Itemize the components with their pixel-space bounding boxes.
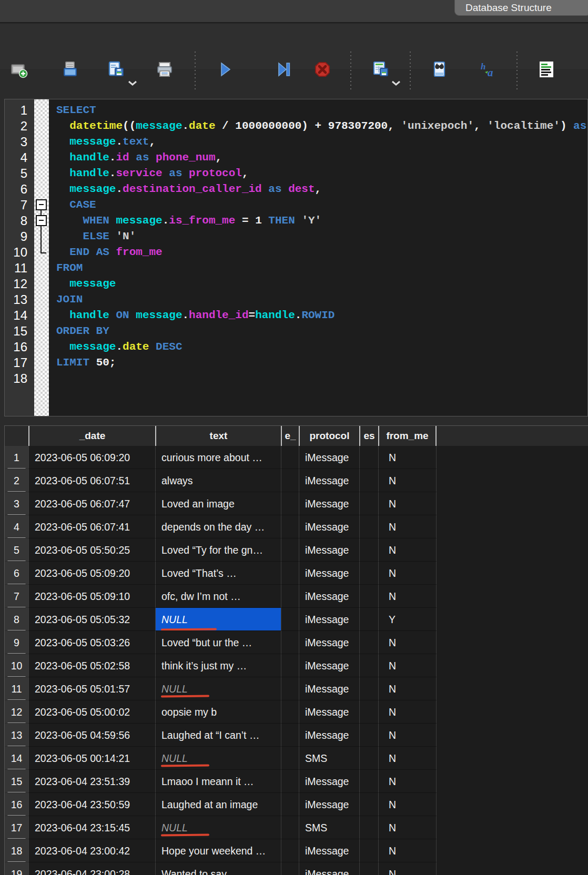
protocol-cell[interactable]: iMessage [299,862,359,875]
protocol-cell[interactable]: iMessage [299,562,359,585]
date-cell[interactable]: 2023-06-05 05:01:57 [28,677,155,700]
phone-num-cell[interactable] [281,538,299,562]
text-cell[interactable]: NULL [155,747,281,770]
show-log-button[interactable] [535,58,558,81]
row-number-cell[interactable]: 9 [5,631,28,654]
text-cell[interactable]: curious more about … [155,446,281,469]
text-cell[interactable]: oopsie my b [155,700,281,724]
from-me-cell[interactable]: N [378,515,437,538]
date-cell[interactable]: 2023-06-04 23:00:42 [28,839,155,862]
from-me-cell[interactable]: N [378,793,437,816]
row-number-cell[interactable]: 17 [5,816,28,839]
text-cell[interactable]: Hope your weekend … [155,839,281,862]
column-header-_date[interactable]: _date [28,426,155,446]
dest-cell[interactable] [359,538,378,562]
execute-all-button[interactable] [272,58,295,81]
row-number-cell[interactable]: 4 [5,515,28,538]
save-dropdown-chevron[interactable] [127,80,138,86]
row-number-cell[interactable]: 19 [5,862,28,875]
date-cell[interactable]: 2023-06-05 04:59:56 [28,724,155,747]
protocol-cell[interactable]: SMS [299,816,359,839]
dest-cell[interactable] [359,770,378,793]
from-me-cell[interactable]: Y [378,608,437,631]
date-cell[interactable]: 2023-06-05 06:07:51 [28,469,155,492]
phone-num-cell[interactable] [281,816,299,839]
dest-cell[interactable] [359,724,378,747]
text-cell[interactable]: Lmaoo I meann it … [155,770,281,793]
text-cell[interactable]: NULL [155,816,281,839]
export-results-button[interactable] [369,58,392,81]
sql-code[interactable]: SELECT datetime((message.date / 10000000… [49,103,587,416]
date-cell[interactable]: 2023-06-05 06:07:47 [28,492,155,515]
dest-cell[interactable] [359,654,378,677]
dest-cell[interactable] [359,631,378,654]
protocol-cell[interactable]: iMessage [299,770,359,793]
row-number-cell[interactable]: 14 [5,747,28,770]
phone-num-cell[interactable] [281,793,299,816]
date-cell[interactable]: 2023-06-05 05:09:10 [28,585,155,608]
from-me-cell[interactable]: N [378,469,437,492]
protocol-cell[interactable]: iMessage [299,839,359,862]
from-me-cell[interactable]: N [378,446,437,469]
row-number-cell[interactable]: 15 [5,770,28,793]
from-me-cell[interactable]: N [378,747,437,770]
execute-query-button[interactable] [213,58,236,81]
find-in-document-button[interactable] [428,58,451,81]
fold-marker-line8[interactable] [36,215,47,226]
column-header-e_[interactable]: e_ [281,426,299,446]
protocol-cell[interactable]: iMessage [299,492,359,515]
stop-execution-button[interactable] [311,58,334,81]
text-cell[interactable]: Loved “That’s … [155,562,281,585]
phone-num-cell[interactable] [281,654,299,677]
from-me-cell[interactable]: N [378,677,437,700]
protocol-cell[interactable]: iMessage [299,446,359,469]
text-cell[interactable]: Laughed at “I can’t … [155,724,281,747]
dest-cell[interactable] [359,446,378,469]
date-cell[interactable]: 2023-06-05 00:14:21 [28,747,155,770]
dest-cell[interactable] [359,608,378,631]
row-number-cell[interactable]: 1 [5,446,28,469]
dest-cell[interactable] [359,862,378,875]
phone-num-cell[interactable] [281,839,299,862]
dest-cell[interactable] [359,469,378,492]
phone-num-cell[interactable] [281,446,299,469]
protocol-cell[interactable]: iMessage [299,608,359,631]
text-cell[interactable]: Loved an image [155,492,281,515]
date-cell[interactable]: 2023-06-05 05:09:20 [28,562,155,585]
protocol-cell[interactable]: SMS [299,747,359,770]
dest-cell[interactable] [359,585,378,608]
dest-cell[interactable] [359,700,378,724]
dest-cell[interactable] [359,793,378,816]
sql-editor[interactable]: 123456789101112131415161718 SELECT datet… [4,99,588,416]
dest-cell[interactable] [359,515,378,538]
row-number-cell[interactable]: 18 [5,839,28,862]
from-me-cell[interactable]: N [378,816,437,839]
phone-num-cell[interactable] [281,770,299,793]
text-cell[interactable]: Loved “but ur the … [155,631,281,654]
row-number-cell[interactable]: 2 [5,469,28,492]
date-cell[interactable]: 2023-06-04 23:00:28 [28,862,155,875]
text-cell[interactable]: Wanted to say … [155,862,281,875]
row-number-cell[interactable]: 11 [5,677,28,700]
phone-num-cell[interactable] [281,562,299,585]
phone-num-cell[interactable] [281,515,299,538]
protocol-cell[interactable]: iMessage [299,677,359,700]
from-me-cell[interactable]: N [378,631,437,654]
protocol-cell[interactable]: iMessage [299,793,359,816]
date-cell[interactable]: 2023-06-05 05:00:02 [28,700,155,724]
protocol-cell[interactable]: iMessage [299,469,359,492]
row-number-cell[interactable]: 12 [5,700,28,724]
from-me-cell[interactable]: N [378,700,437,724]
text-cell[interactable]: think it’s just my … [155,654,281,677]
text-cell[interactable]: always [155,469,281,492]
date-cell[interactable]: 2023-06-05 05:02:58 [28,654,155,677]
column-header-es[interactable]: es [359,426,378,446]
protocol-cell[interactable]: iMessage [299,631,359,654]
row-number-cell[interactable]: 5 [5,538,28,562]
phone-num-cell[interactable] [281,631,299,654]
row-number-cell[interactable]: 6 [5,562,28,585]
protocol-cell[interactable]: iMessage [299,538,359,562]
date-cell[interactable]: 2023-06-05 06:07:41 [28,515,155,538]
header-rownum[interactable] [5,426,28,446]
text-cell-selected[interactable]: NULL [155,608,281,631]
